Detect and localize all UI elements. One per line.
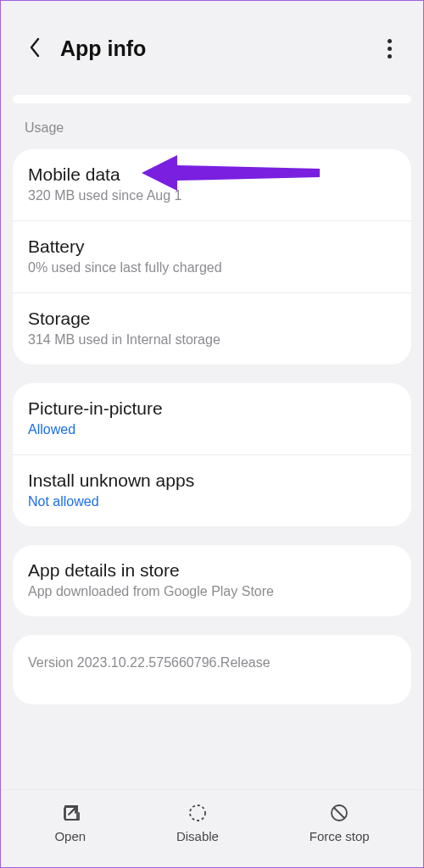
version-card: Version 2023.10.22.575660796.Release xyxy=(13,635,411,704)
header: App info xyxy=(1,1,423,71)
row-app-details-store[interactable]: App details in store App downloaded from… xyxy=(13,545,411,616)
store-card: App details in store App downloaded from… xyxy=(13,545,411,616)
open-label: Open xyxy=(54,829,86,843)
disable-button[interactable]: Disable xyxy=(176,802,219,843)
force-stop-label: Force stop xyxy=(310,829,370,843)
row-picture-in-picture[interactable]: Picture-in-picture Allowed xyxy=(13,383,411,454)
row-battery[interactable]: Battery 0% used since last fully charged xyxy=(13,220,411,292)
row-subtitle: 0% used since last fully charged xyxy=(28,260,396,275)
back-button[interactable] xyxy=(25,39,45,59)
row-title: Install unknown apps xyxy=(28,470,396,491)
row-install-unknown-apps[interactable]: Install unknown apps Not allowed xyxy=(13,454,411,526)
disable-label: Disable xyxy=(176,829,219,843)
more-vertical-icon xyxy=(388,39,392,58)
open-button[interactable]: Open xyxy=(54,802,86,843)
collapsed-card xyxy=(13,95,411,103)
row-subtitle: App downloaded from Google Play Store xyxy=(28,584,396,599)
row-subtitle: 314 MB used in Internal storage xyxy=(28,332,396,348)
row-subtitle: Not allowed xyxy=(28,494,396,509)
footer-actions: Open Disable Force stop xyxy=(1,789,423,867)
chevron-left-icon xyxy=(29,37,41,61)
row-title: App details in store xyxy=(28,560,396,581)
permissions-card: Picture-in-picture Allowed Install unkno… xyxy=(13,383,411,526)
more-options-button[interactable] xyxy=(379,39,399,59)
row-storage[interactable]: Storage 314 MB used in Internal storage xyxy=(13,292,411,364)
section-label-usage: Usage xyxy=(1,103,423,142)
version-text: Version 2023.10.22.575660796.Release xyxy=(28,655,271,670)
row-title: Storage xyxy=(28,309,396,329)
force-stop-icon xyxy=(328,802,350,824)
disable-icon xyxy=(187,802,209,824)
usage-card: Mobile data 320 MB used since Aug 1 Batt… xyxy=(13,149,411,364)
row-title: Picture-in-picture xyxy=(28,398,396,419)
force-stop-button[interactable]: Force stop xyxy=(310,802,370,843)
row-mobile-data[interactable]: Mobile data 320 MB used since Aug 1 xyxy=(13,149,411,220)
row-title: Battery xyxy=(28,236,396,257)
row-title: Mobile data xyxy=(28,164,396,185)
open-icon xyxy=(59,802,81,824)
row-subtitle: Allowed xyxy=(28,422,396,437)
svg-point-1 xyxy=(190,805,205,821)
page-title: App info xyxy=(60,36,379,61)
row-subtitle: 320 MB used since Aug 1 xyxy=(28,188,396,203)
svg-line-3 xyxy=(334,808,344,818)
